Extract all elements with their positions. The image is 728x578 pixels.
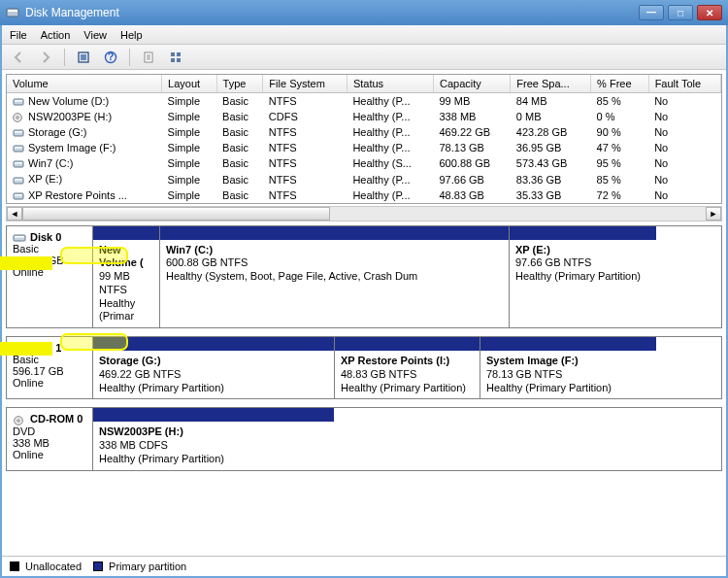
volume-table[interactable]: VolumeLayoutTypeFile SystemStatusCapacit… [6, 74, 722, 204]
disk-row: CD-ROM 0DVD338 MBOnlineNSW2003PE (H:)338… [6, 407, 722, 470]
cell: 85 % [591, 93, 649, 110]
disk-kind: Basic [13, 354, 86, 365]
partition[interactable]: New Volume (99 MB NTFSHealthy (Primar [93, 226, 159, 328]
volume-row[interactable]: Win7 (C:)SimpleBasicNTFSHealthy (S...600… [7, 155, 721, 171]
properties-button[interactable] [138, 47, 159, 68]
close-button[interactable] [697, 5, 722, 20]
col-header[interactable]: Status [347, 75, 433, 93]
cell: Basic [216, 140, 263, 155]
disk-icon [13, 416, 26, 425]
volume-row[interactable]: System Image (F:)SimpleBasicNTFSHealthy … [7, 140, 721, 155]
cell: 85 % [591, 171, 649, 187]
col-header[interactable]: Type [216, 75, 263, 93]
partition-header-bar [510, 226, 656, 240]
partition-size: 78.13 GB NTFS [486, 368, 650, 382]
cell: Simple [162, 187, 217, 203]
cell: NTFS [263, 171, 347, 187]
col-header[interactable]: % Free [591, 75, 649, 93]
legend-primary: Primary partition [109, 561, 186, 572]
menu-view[interactable]: View [83, 29, 107, 41]
col-header[interactable]: Capacity [433, 75, 510, 93]
col-header[interactable]: Free Spa... [511, 75, 591, 93]
partition-status: Healthy (Primar [99, 297, 153, 324]
minimize-button[interactable] [639, 5, 664, 20]
cell: XP (E:) [7, 171, 162, 187]
partition[interactable]: XP Restore Points (I:)48.83 GB NTFSHealt… [334, 337, 480, 398]
volume-row[interactable]: NSW2003PE (H:)SimpleBasicCDFSHealthy (P.… [7, 109, 721, 124]
cell: 48.83 GB [433, 187, 510, 203]
cell: Simple [162, 140, 217, 155]
partition-status: Healthy (System, Boot, Page File, Active… [166, 270, 503, 284]
svg-rect-10 [171, 52, 175, 56]
cell: XP Restore Points ... [7, 187, 162, 203]
partition-size: 99 MB NTFS [99, 270, 153, 297]
titlebar[interactable]: Disk Management [0, 0, 728, 25]
menu-file[interactable]: File [10, 29, 27, 41]
svg-rect-21 [15, 147, 22, 149]
cell: 36.95 GB [511, 140, 591, 155]
cell: New Volume (D:) [7, 93, 162, 110]
cell: NTFS [263, 124, 347, 140]
help-button[interactable]: ? [100, 47, 121, 68]
svg-rect-23 [15, 162, 22, 164]
volume-icon [13, 128, 24, 138]
svg-rect-24 [14, 178, 23, 184]
scroll-thumb[interactable] [22, 207, 330, 221]
partition-header-bar [335, 337, 480, 351]
partition[interactable]: XP (E:)97.66 GB NTFSHealthy (Primary Par… [509, 226, 656, 328]
cell: No [648, 109, 720, 124]
cell: Basic [216, 187, 263, 203]
volume-row[interactable]: New Volume (D:)SimpleBasicNTFSHealthy (P… [7, 93, 721, 110]
cell: 600.88 GB [433, 155, 510, 171]
volume-row[interactable]: XP (E:)SimpleBasicNTFSHealthy (P...97.66… [7, 171, 721, 187]
partition-header-bar [480, 337, 656, 351]
partition[interactable]: NSW2003PE (H:)338 MB CDFSHealthy (Primar… [93, 408, 334, 469]
partition-status: Healthy (Primary Partition) [99, 382, 328, 395]
disk-info-panel[interactable]: Disk 0Basic698.64 GBOnline [6, 225, 93, 329]
cell: NTFS [263, 155, 347, 171]
refresh-button[interactable] [73, 47, 94, 68]
svg-rect-20 [14, 146, 23, 152]
toolbar: ? [2, 45, 726, 70]
scroll-right-button[interactable]: ► [706, 207, 721, 221]
cell: Healthy (P... [347, 124, 433, 140]
col-header[interactable]: Layout [162, 75, 217, 93]
cell: Healthy (P... [347, 140, 433, 155]
scroll-left-button[interactable]: ◄ [7, 207, 22, 221]
cell: 99 MB [433, 93, 510, 110]
col-header[interactable]: File System [263, 75, 347, 93]
col-header[interactable]: Volume [7, 75, 162, 93]
cell: Basic [216, 124, 263, 140]
cell: 97.66 GB [433, 171, 510, 187]
partition-size: 48.83 GB NTFS [341, 368, 474, 382]
cell: Basic [216, 155, 263, 171]
disk-state: Online [13, 377, 86, 389]
partition-size: 338 MB CDFS [99, 439, 328, 453]
cell: 83.36 GB [511, 171, 591, 187]
svg-point-33 [17, 419, 19, 421]
menu-help[interactable]: Help [120, 29, 143, 41]
cell: Healthy (P... [347, 93, 433, 110]
disk-info-panel[interactable]: CD-ROM 0DVD338 MBOnline [6, 407, 93, 470]
menu-action[interactable]: Action [41, 29, 71, 41]
col-header[interactable]: Fault Tole [648, 75, 720, 93]
h-scrollbar[interactable]: ◄ ► [6, 206, 722, 221]
scroll-track[interactable] [22, 207, 706, 221]
disk-state: Online [13, 449, 86, 460]
cell: No [648, 155, 720, 171]
maximize-button[interactable] [668, 5, 693, 20]
svg-rect-12 [171, 58, 175, 62]
highlight-box-disk0 [60, 247, 128, 264]
partition[interactable]: Storage (G:)469.22 GB NTFSHealthy (Prima… [93, 337, 334, 398]
partition-status: Healthy (Primary Partition) [486, 382, 650, 395]
svg-rect-27 [15, 194, 22, 196]
list-view-button[interactable] [165, 47, 186, 68]
volume-row[interactable]: Storage (G:)SimpleBasicNTFSHealthy (P...… [7, 124, 721, 140]
volume-row[interactable]: XP Restore Points ...SimpleBasicNTFSHeal… [7, 187, 721, 203]
partitions-strip: NSW2003PE (H:)338 MB CDFSHealthy (Primar… [93, 407, 722, 470]
partition[interactable]: System Image (F:)78.13 GB NTFSHealthy (P… [480, 337, 656, 398]
cell: NTFS [263, 187, 347, 203]
partition[interactable]: Win7 (C:)600.88 GB NTFSHealthy (System, … [159, 226, 509, 328]
partition-size: 469.22 GB NTFS [99, 368, 328, 382]
partitions-strip: New Volume (99 MB NTFSHealthy (PrimarWin… [93, 225, 722, 329]
